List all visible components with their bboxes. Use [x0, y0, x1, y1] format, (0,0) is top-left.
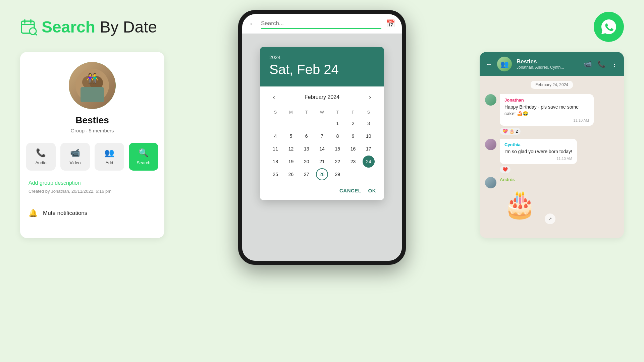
cal-day-22[interactable]: 22	[331, 156, 343, 168]
cal-day-29[interactable]: 29	[331, 168, 343, 180]
cal-day-7[interactable]: 7	[316, 130, 328, 142]
jonathan-reactions: 💝 🎂 2	[500, 128, 594, 135]
video-button[interactable]: 📹 Video	[60, 143, 90, 171]
jonathan-bubble: Jonathan Happy Birthday - pls save me so…	[500, 94, 594, 126]
cal-day-16[interactable]: 16	[347, 143, 359, 155]
calendar-dialog: 2024 Sat, Feb 24 ‹ February 2024 › S M T…	[260, 47, 384, 200]
cal-day-5[interactable]: 5	[285, 130, 297, 142]
cal-day-11[interactable]: 11	[269, 143, 281, 155]
cal-day-20[interactable]: 20	[301, 156, 313, 168]
svg-line-5	[35, 33, 37, 35]
chat-members: Jonathan, Andrés, Cynth...	[517, 65, 579, 70]
video-icon: 📹	[70, 148, 80, 158]
chat-back-button[interactable]: ←	[486, 60, 492, 68]
cal-day-4[interactable]: 4	[269, 130, 281, 142]
whatsapp-logo	[594, 12, 624, 42]
jonathan-avatar	[485, 94, 496, 106]
cynthia-bubble: Cynthia I'm so glad you were born today!…	[500, 139, 577, 164]
page-header: Search By Date	[20, 18, 157, 36]
search-icon: 🔍	[139, 148, 149, 158]
group-name: Besties	[75, 115, 109, 126]
voice-call-icon[interactable]: 📞	[597, 60, 606, 68]
reaction-heart: ❤️	[500, 166, 511, 173]
cal-day-1[interactable]: 1	[331, 117, 343, 129]
prev-month-button[interactable]: ‹	[270, 92, 278, 102]
add-button[interactable]: 👥 Add	[95, 143, 124, 171]
cal-day-27[interactable]: 27	[301, 168, 313, 180]
divider	[29, 202, 156, 202]
cal-day-12[interactable]: 12	[285, 143, 297, 155]
cal-day-8[interactable]: 8	[331, 130, 343, 142]
cal-day-21[interactable]: 21	[316, 156, 328, 168]
date-badge: February 24, 2024	[531, 81, 573, 89]
cynthia-sender: Cynthia	[504, 142, 572, 147]
day-header-fri: F	[345, 108, 360, 117]
page-title: Search By Date	[42, 19, 157, 35]
day-header-sun: S	[268, 108, 283, 117]
chat-messages: February 24, 2024 Jonathan Happy Birthda…	[480, 76, 624, 238]
cancel-button[interactable]: Cancel	[339, 188, 362, 193]
chat-card: ← 👥 Besties Jonathan, Andrés, Cynth... 📹…	[480, 52, 624, 238]
group-avatar: 👫	[69, 62, 116, 109]
chat-header: ← 👥 Besties Jonathan, Andrés, Cynth... 📹…	[480, 52, 624, 76]
calendar-month-label: February 2024	[305, 94, 339, 100]
ok-button[interactable]: OK	[368, 188, 376, 193]
cal-day-19[interactable]: 19	[285, 156, 297, 168]
cal-day-13[interactable]: 13	[301, 143, 313, 155]
cal-day-15[interactable]: 15	[331, 143, 343, 155]
message-row-andres: Andrés 🎂 ↗	[485, 177, 619, 224]
cal-day-14[interactable]: 14	[316, 143, 328, 155]
calendar-grid: S M T W T F S 1 2 3 4 5 6 7 8 9 10 11 12	[268, 108, 376, 180]
chat-avatar: 👥	[497, 57, 512, 71]
add-person-icon: 👥	[104, 148, 114, 158]
cal-day-24[interactable]: 24	[363, 156, 375, 168]
audio-button[interactable]: 📞 Audio	[26, 143, 56, 171]
cynthia-time: 11:10 AM	[504, 157, 572, 161]
more-options-icon[interactable]: ⋮	[611, 60, 618, 68]
calendar-search-icon	[20, 18, 38, 36]
add-description-link[interactable]: Add group description	[29, 180, 81, 186]
group-meta: Group · 5 members	[70, 128, 114, 133]
cal-day-26[interactable]: 26	[285, 168, 297, 180]
andres-sender: Andrés	[500, 177, 540, 182]
search-input[interactable]	[261, 19, 381, 29]
cal-day-3[interactable]: 3	[363, 117, 375, 129]
day-header-thu: T	[330, 108, 345, 117]
chat-name: Besties	[517, 58, 579, 65]
calendar-year: 2024	[269, 54, 375, 60]
cal-day-10[interactable]: 10	[363, 130, 375, 142]
cal-day-17[interactable]: 17	[363, 143, 375, 155]
chat-info: Besties Jonathan, Andrés, Cynth...	[517, 58, 579, 70]
cal-day-6[interactable]: 6	[301, 130, 313, 142]
cal-day-2[interactable]: 2	[347, 117, 359, 129]
day-header-wed: W	[315, 108, 329, 117]
cynthia-text: I'm so glad you were born today!	[504, 148, 572, 155]
cal-day-23[interactable]: 23	[347, 156, 359, 168]
cal-day-28[interactable]: 28	[316, 168, 328, 180]
calendar-icon[interactable]: 📅	[386, 19, 395, 28]
cal-day-25[interactable]: 25	[269, 168, 281, 180]
phone-search-bar: ← 📅	[242, 14, 402, 34]
action-buttons-row: 📞 Audio 📹 Video 👥 Add 🔍 Search	[29, 143, 156, 171]
video-call-icon[interactable]: 📹	[584, 60, 592, 68]
search-button[interactable]: 🔍 Search	[129, 143, 158, 171]
mute-notifications-row[interactable]: 🔔 Mute notifications	[29, 209, 87, 218]
phone-icon: 📞	[36, 148, 46, 158]
message-row-jonathan: Jonathan Happy Birthday - pls save me so…	[485, 94, 619, 135]
back-button[interactable]: ←	[249, 19, 256, 28]
next-month-button[interactable]: ›	[366, 92, 374, 102]
svg-rect-9	[80, 87, 104, 102]
day-header-tue: T	[299, 108, 314, 117]
calendar-body: ‹ February 2024 › S M T W T F S 1 2 3 4 …	[260, 86, 384, 184]
calendar-header: 2024 Sat, Feb 24	[260, 47, 384, 86]
andres-avatar	[485, 177, 496, 188]
cal-day-9[interactable]: 9	[347, 130, 359, 142]
day-header-sat: S	[361, 108, 376, 117]
cal-day-18[interactable]: 18	[269, 156, 281, 168]
jonathan-time: 11:10 AM	[504, 118, 589, 122]
bell-icon: 🔔	[29, 209, 38, 218]
cynthia-avatar	[485, 139, 496, 150]
forward-button[interactable]: ↗	[545, 214, 555, 224]
calendar-nav: ‹ February 2024 ›	[268, 92, 376, 102]
jonathan-text: Happy Birthday - pls save me some cake! …	[504, 104, 589, 117]
